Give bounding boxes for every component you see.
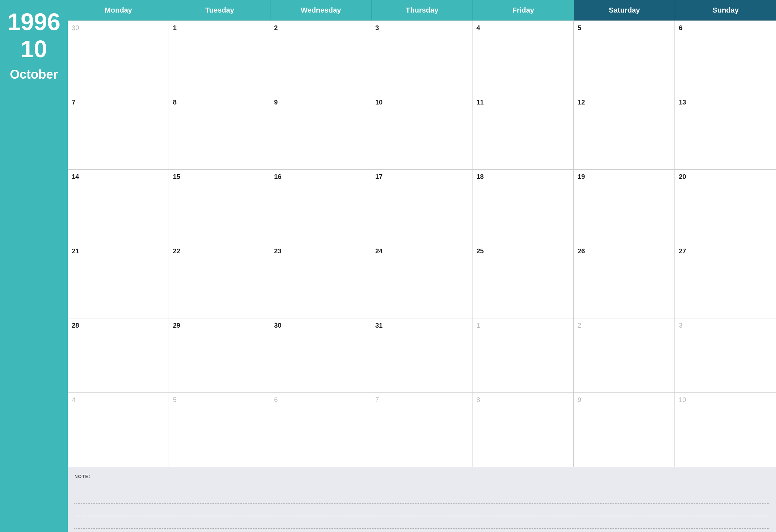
- calendar-cell[interactable]: 26: [574, 244, 675, 318]
- header-cell-thursday: Thursday: [371, 0, 472, 20]
- calendar-cell[interactable]: 29: [169, 318, 270, 393]
- notes-line[interactable]: [74, 481, 769, 491]
- notes-label: NOTE:: [74, 474, 769, 479]
- calendar-grid: 3012345678910111213141516171819202122232…: [68, 20, 776, 467]
- day-number: 1: [173, 24, 266, 32]
- sidebar-month-number: 10: [20, 37, 47, 61]
- sidebar: 1996 10 October: [0, 0, 68, 532]
- calendar-cell[interactable]: 3: [675, 318, 776, 393]
- calendar-cell[interactable]: 1: [472, 318, 574, 393]
- day-number: 21: [72, 247, 165, 255]
- day-number: 3: [375, 24, 468, 32]
- day-number: 7: [375, 396, 468, 404]
- calendar-cell[interactable]: 7: [371, 393, 472, 467]
- day-number: 14: [72, 173, 165, 181]
- day-number: 9: [274, 99, 367, 106]
- day-number: 2: [578, 322, 670, 329]
- day-number: 1: [476, 322, 569, 329]
- day-number: 24: [375, 247, 468, 255]
- calendar-cell[interactable]: 9: [574, 393, 675, 467]
- day-number: 6: [274, 396, 367, 404]
- day-number: 5: [578, 24, 670, 32]
- notes-lines: [74, 481, 769, 529]
- calendar-header: MondayTuesdayWednesdayThursdayFridaySatu…: [68, 0, 776, 20]
- calendar-cell[interactable]: 2: [270, 21, 371, 95]
- calendar-cell[interactable]: 18: [472, 170, 574, 244]
- calendar-cell[interactable]: 1: [169, 21, 270, 95]
- calendar-wrapper: 1996 10 October MondayTuesdayWednesdayTh…: [0, 0, 776, 532]
- day-number: 28: [72, 322, 165, 329]
- calendar-cell[interactable]: 13: [675, 95, 776, 170]
- calendar-cell[interactable]: 8: [472, 393, 574, 467]
- notes-line[interactable]: [74, 494, 769, 504]
- calendar-cell[interactable]: 19: [574, 170, 675, 244]
- day-number: 15: [173, 173, 266, 181]
- calendar-cell[interactable]: 25: [472, 244, 574, 318]
- notes-line[interactable]: [74, 519, 769, 529]
- calendar-cell[interactable]: 28: [68, 318, 169, 393]
- day-number: 11: [476, 99, 569, 106]
- calendar-main: MondayTuesdayWednesdayThursdayFridaySatu…: [68, 0, 776, 532]
- day-number: 31: [375, 322, 468, 329]
- sidebar-month-name: October: [10, 67, 58, 82]
- calendar-cell[interactable]: 6: [270, 393, 371, 467]
- day-number: 26: [578, 247, 670, 255]
- day-number: 8: [476, 396, 569, 404]
- header-cell-monday: Monday: [68, 0, 169, 20]
- calendar-cell[interactable]: 16: [270, 170, 371, 244]
- day-number: 29: [173, 322, 266, 329]
- calendar-cell[interactable]: 9: [270, 95, 371, 170]
- calendar-cell[interactable]: 2: [574, 318, 675, 393]
- calendar-cell[interactable]: 4: [472, 21, 574, 95]
- calendar-cell[interactable]: 31: [371, 318, 472, 393]
- calendar-cell[interactable]: 30: [68, 21, 169, 95]
- day-number: 4: [476, 24, 569, 32]
- day-number: 18: [476, 173, 569, 181]
- calendar-cell[interactable]: 10: [675, 393, 776, 467]
- day-number: 27: [679, 247, 772, 255]
- day-number: 20: [679, 173, 772, 181]
- day-number: 25: [476, 247, 569, 255]
- calendar-cell[interactable]: 20: [675, 170, 776, 244]
- calendar-cell[interactable]: 7: [68, 95, 169, 170]
- notes-section: NOTE:: [68, 467, 776, 532]
- calendar-cell[interactable]: 24: [371, 244, 472, 318]
- header-cell-friday: Friday: [472, 0, 574, 20]
- calendar-cell[interactable]: 21: [68, 244, 169, 318]
- calendar-cell[interactable]: 23: [270, 244, 371, 318]
- day-number: 17: [375, 173, 468, 181]
- calendar-cell[interactable]: 17: [371, 170, 472, 244]
- calendar-cell[interactable]: 4: [68, 393, 169, 467]
- calendar-cell[interactable]: 6: [675, 21, 776, 95]
- calendar-cell[interactable]: 10: [371, 95, 472, 170]
- calendar-cell[interactable]: 30: [270, 318, 371, 393]
- calendar-cell[interactable]: 12: [574, 95, 675, 170]
- calendar-cell[interactable]: 5: [169, 393, 270, 467]
- calendar-cell[interactable]: 11: [472, 95, 574, 170]
- day-number: 7: [72, 99, 165, 106]
- header-cell-tuesday: Tuesday: [169, 0, 270, 20]
- calendar-cell[interactable]: 27: [675, 244, 776, 318]
- header-cell-saturday: Saturday: [574, 0, 675, 20]
- day-number: 30: [72, 24, 165, 32]
- day-number: 30: [274, 322, 367, 329]
- calendar-cell[interactable]: 5: [574, 21, 675, 95]
- day-number: 5: [173, 396, 266, 404]
- calendar-cell[interactable]: 15: [169, 170, 270, 244]
- day-number: 10: [375, 99, 468, 106]
- day-number: 9: [578, 396, 670, 404]
- calendar-cell[interactable]: 14: [68, 170, 169, 244]
- day-number: 19: [578, 173, 670, 181]
- day-number: 3: [679, 322, 772, 329]
- calendar-cell[interactable]: 22: [169, 244, 270, 318]
- day-number: 10: [679, 396, 772, 404]
- day-number: 16: [274, 173, 367, 181]
- calendar-cell[interactable]: 3: [371, 21, 472, 95]
- day-number: 13: [679, 99, 772, 106]
- calendar-cell[interactable]: 8: [169, 95, 270, 170]
- day-number: 8: [173, 99, 266, 106]
- day-number: 6: [679, 24, 772, 32]
- day-number: 4: [72, 396, 165, 404]
- notes-line[interactable]: [74, 506, 769, 516]
- header-cell-sunday: Sunday: [675, 0, 776, 20]
